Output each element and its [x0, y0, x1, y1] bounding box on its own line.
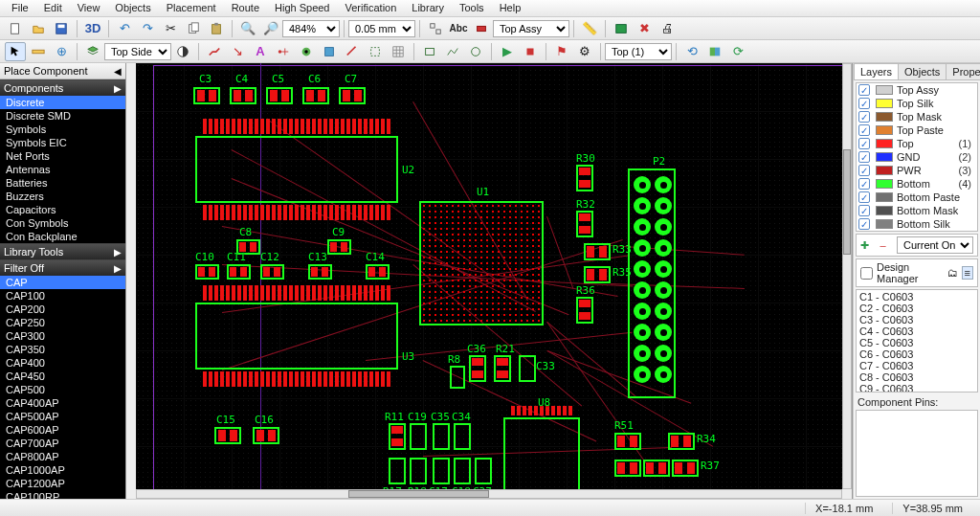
open-file-icon[interactable]: [28, 19, 49, 38]
menu-help[interactable]: Help: [492, 0, 529, 16]
section-filter-off[interactable]: Filter Off▶: [0, 259, 125, 276]
footprint-item[interactable]: CAP100RP: [0, 490, 125, 499]
stop-icon[interactable]: [520, 42, 541, 61]
layer-visible-checkbox[interactable]: ✓: [858, 151, 870, 163]
footprint-item[interactable]: CAP700AP: [0, 437, 125, 450]
polyline-icon[interactable]: [442, 42, 463, 61]
route-icon[interactable]: [204, 42, 225, 61]
component-item[interactable]: C2 - C0603: [859, 303, 974, 314]
measure-icon[interactable]: 📏: [579, 19, 600, 38]
flag-icon[interactable]: ⚑: [551, 42, 572, 61]
footprint-item[interactable]: CAP200: [0, 303, 125, 316]
layer-row[interactable]: ✓Bottom(4): [857, 177, 977, 191]
menu-library[interactable]: Library: [404, 0, 452, 16]
section-library-tools[interactable]: Library Tools▶: [0, 243, 125, 259]
footprint-cap[interactable]: CAP: [0, 276, 125, 289]
component-item[interactable]: C8 - C0603: [859, 371, 974, 383]
menu-view[interactable]: View: [70, 0, 108, 16]
layer-visible-checkbox[interactable]: ✓: [858, 191, 870, 203]
assy-layer-select[interactable]: Top Assy: [493, 20, 569, 37]
zoom-out-icon[interactable]: 🔍: [237, 19, 258, 38]
layer-filter-select[interactable]: Current Only: [897, 236, 973, 254]
menu-verification[interactable]: Verification: [338, 0, 405, 16]
category-item[interactable]: Batteries: [0, 176, 125, 190]
menu-tools[interactable]: Tools: [452, 0, 492, 16]
menu-placement[interactable]: Placement: [159, 0, 224, 16]
component-item[interactable]: C9 - C0603: [859, 383, 974, 393]
keepout-icon[interactable]: [365, 42, 386, 61]
board-icon[interactable]: [611, 19, 632, 38]
layer-visible-checkbox[interactable]: ✓: [858, 205, 870, 216]
component-item[interactable]: C4 - C0603: [859, 325, 974, 337]
zoom-in-icon[interactable]: 🔎: [260, 19, 281, 38]
layer-visible-checkbox[interactable]: ✓: [858, 178, 870, 190]
v-scrollbar[interactable]: [842, 63, 852, 489]
threeD-button[interactable]: 3D: [82, 19, 103, 38]
footprint-item[interactable]: CAP500: [0, 383, 125, 396]
tab-objects[interactable]: Objects: [898, 63, 947, 79]
dm-list-icon[interactable]: ≡: [962, 266, 973, 280]
category-item[interactable]: Buzzers: [0, 190, 125, 203]
menu-edit[interactable]: Edit: [36, 0, 70, 16]
run-icon[interactable]: ▶: [497, 42, 518, 61]
layer-row[interactable]: ✓Top Paste: [857, 123, 977, 137]
category-item[interactable]: Capacitors: [0, 203, 125, 216]
footprint-item[interactable]: CAP1000AP: [0, 463, 125, 477]
grid-snap-icon[interactable]: [388, 42, 409, 61]
footprint-item[interactable]: CAP300: [0, 329, 125, 343]
side-select[interactable]: Top Side: [104, 43, 171, 60]
via-icon[interactable]: [296, 42, 317, 61]
refresh-icon[interactable]: ⟳: [727, 42, 748, 61]
layer-visible-checkbox[interactable]: ✓: [858, 165, 870, 176]
menu-objects[interactable]: Objects: [107, 0, 158, 16]
component-item[interactable]: C3 - C0603: [859, 314, 974, 325]
layer-row[interactable]: ✓Top(1): [857, 137, 977, 150]
add-layer-icon[interactable]: ✚: [860, 239, 869, 252]
footprint-item[interactable]: CAP400AP: [0, 396, 125, 410]
back-annotate-icon[interactable]: [704, 42, 725, 61]
delete-icon[interactable]: ✖: [634, 19, 655, 38]
text-icon[interactable]: Abc: [448, 19, 469, 38]
menu-route[interactable]: Route: [224, 0, 267, 16]
layers-icon[interactable]: [82, 42, 103, 61]
layer-row[interactable]: ✓Bottom Mask: [857, 204, 977, 217]
category-item[interactable]: Net Ports: [0, 149, 125, 163]
dm-tree-icon[interactable]: 🗂: [947, 267, 958, 279]
save-icon[interactable]: [51, 19, 72, 38]
h-scrollbar[interactable]: [136, 489, 842, 499]
circle-icon[interactable]: [465, 42, 486, 61]
layer-visible-checkbox[interactable]: ✓: [858, 98, 870, 109]
tab-layers[interactable]: Layers: [854, 63, 899, 79]
track-icon[interactable]: [342, 42, 363, 61]
cut-icon[interactable]: ✂: [160, 19, 181, 38]
category-discrete[interactable]: Discrete: [0, 96, 125, 109]
layer-visible-checkbox[interactable]: ✓: [858, 138, 870, 149]
fill-icon[interactable]: [319, 42, 340, 61]
fanout-icon[interactable]: [273, 42, 294, 61]
layer-row[interactable]: ✓Top Mask: [857, 110, 977, 123]
grid-size-select[interactable]: 0.05 mm: [348, 20, 415, 37]
redo-icon[interactable]: ↷: [137, 19, 158, 38]
layer-row[interactable]: ✓Top Silk: [857, 97, 977, 110]
print-icon[interactable]: 🖨: [657, 19, 678, 38]
category-item[interactable]: Antennas: [0, 163, 125, 176]
dm-checkbox[interactable]: [860, 267, 873, 280]
footprint-item[interactable]: CAP400: [0, 356, 125, 370]
undo-icon[interactable]: ↶: [114, 19, 135, 38]
category-item[interactable]: Discrete SMD: [0, 109, 125, 123]
component-item[interactable]: C1 - C0603: [859, 291, 974, 303]
layer-row[interactable]: ✓Top Assy: [857, 83, 977, 97]
zoom-percent-select[interactable]: 484%: [282, 20, 340, 37]
ruler-icon[interactable]: [28, 42, 49, 61]
category-item[interactable]: Symbols: [0, 123, 125, 136]
layer-visible-checkbox[interactable]: ✓: [858, 218, 870, 230]
autoroute-icon[interactable]: A: [250, 42, 271, 61]
manual-route-icon[interactable]: ↘: [227, 42, 248, 61]
layer-row[interactable]: ✓Bottom Paste: [857, 191, 977, 204]
footprint-item[interactable]: CAP350: [0, 343, 125, 356]
component-item[interactable]: C7 - C0603: [859, 360, 974, 371]
renumber-icon[interactable]: [425, 19, 446, 38]
settings-icon[interactable]: ⚙: [574, 42, 595, 61]
contrast-icon[interactable]: [172, 42, 193, 61]
footprint-item[interactable]: CAP800AP: [0, 450, 125, 463]
